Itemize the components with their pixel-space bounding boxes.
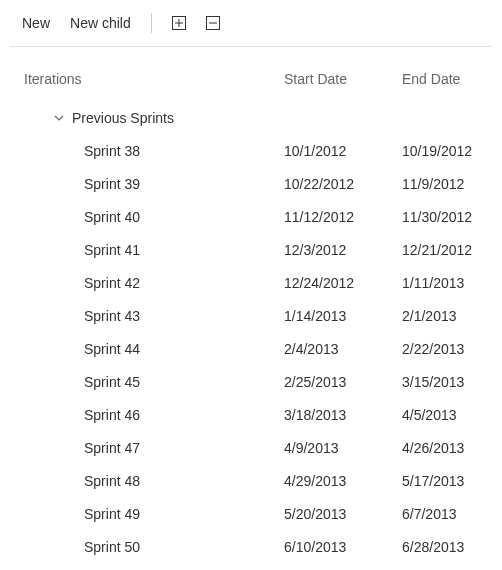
table-row[interactable]: Sprint 463/18/20134/5/2013 <box>4 398 498 431</box>
iteration-end-date: 1/11/2013 <box>402 275 498 291</box>
iteration-end-date: 4/5/2013 <box>402 407 498 423</box>
iteration-end-date: 6/28/2013 <box>402 539 498 555</box>
iteration-end-date: 11/9/2012 <box>402 176 498 192</box>
table-row[interactable]: Sprint 4212/24/20121/11/2013 <box>4 266 498 299</box>
iteration-start-date: 2/25/2013 <box>284 374 402 390</box>
iteration-name: Sprint 45 <box>24 374 284 390</box>
column-header-start-date[interactable]: Start Date <box>284 71 402 87</box>
iteration-name: Sprint 42 <box>24 275 284 291</box>
iteration-name: Sprint 38 <box>24 143 284 159</box>
column-header-end-date[interactable]: End Date <box>402 71 498 87</box>
iteration-name: Sprint 50 <box>24 539 284 555</box>
iteration-name: Sprint 46 <box>24 407 284 423</box>
iteration-end-date: 11/30/2012 <box>402 209 498 225</box>
iteration-start-date: 11/12/2012 <box>284 209 402 225</box>
iteration-name: Sprint 47 <box>24 440 284 456</box>
iteration-name: Sprint 43 <box>24 308 284 324</box>
iteration-start-date: 4/9/2013 <box>284 440 402 456</box>
table-row[interactable]: Sprint 431/14/20132/1/2013 <box>4 299 498 332</box>
table-header: Iterations Start Date End Date <box>4 57 498 101</box>
iteration-name: Sprint 40 <box>24 209 284 225</box>
iteration-name: Sprint 39 <box>24 176 284 192</box>
table-row[interactable]: Sprint 4112/3/201212/21/2012 <box>4 233 498 266</box>
table-row[interactable]: Sprint 452/25/20133/15/2013 <box>4 365 498 398</box>
table-row[interactable]: Sprint 4011/12/201211/30/2012 <box>4 200 498 233</box>
iteration-start-date: 6/10/2013 <box>284 539 402 555</box>
iteration-name: Sprint 48 <box>24 473 284 489</box>
iteration-end-date: 2/1/2013 <box>402 308 498 324</box>
iteration-end-date: 5/17/2013 <box>402 473 498 489</box>
iteration-start-date: 4/29/2013 <box>284 473 402 489</box>
iteration-end-date: 2/22/2013 <box>402 341 498 357</box>
iterations-table: Iterations Start Date End Date Previous … <box>4 47 498 563</box>
table-row[interactable]: Sprint 484/29/20135/17/2013 <box>4 464 498 497</box>
collapse-all-button[interactable] <box>204 14 222 32</box>
minus-box-icon <box>206 16 220 30</box>
iteration-start-date: 12/24/2012 <box>284 275 402 291</box>
table-row[interactable]: Sprint 3810/1/201210/19/2012 <box>4 134 498 167</box>
iteration-start-date: 12/3/2012 <box>284 242 402 258</box>
table-row[interactable]: Sprint 495/20/20136/7/2013 <box>4 497 498 530</box>
iteration-end-date: 10/19/2012 <box>402 143 498 159</box>
iteration-start-date: 2/4/2013 <box>284 341 402 357</box>
iteration-end-date: 3/15/2013 <box>402 374 498 390</box>
iteration-name: Sprint 41 <box>24 242 284 258</box>
table-row[interactable]: Sprint 506/10/20136/28/2013 <box>4 530 498 563</box>
iteration-start-date: 10/1/2012 <box>284 143 402 159</box>
iteration-start-date: 10/22/2012 <box>284 176 402 192</box>
iteration-name: Sprint 49 <box>24 506 284 522</box>
column-header-iterations[interactable]: Iterations <box>24 71 284 87</box>
table-row[interactable]: Sprint 474/9/20134/26/2013 <box>4 431 498 464</box>
iteration-name: Sprint 44 <box>24 341 284 357</box>
expand-all-button[interactable] <box>170 14 188 32</box>
iteration-start-date: 5/20/2013 <box>284 506 402 522</box>
chevron-down-icon <box>54 113 64 123</box>
table-row[interactable]: Sprint 442/4/20132/22/2013 <box>4 332 498 365</box>
new-button[interactable]: New <box>20 11 52 35</box>
iteration-start-date: 3/18/2013 <box>284 407 402 423</box>
toolbar-separator <box>151 13 152 33</box>
toolbar: New New child <box>4 0 498 46</box>
iteration-end-date: 4/26/2013 <box>402 440 498 456</box>
group-row-previous-sprints[interactable]: Previous Sprints <box>4 101 498 134</box>
group-label: Previous Sprints <box>72 110 174 126</box>
iteration-end-date: 6/7/2013 <box>402 506 498 522</box>
iteration-start-date: 1/14/2013 <box>284 308 402 324</box>
iteration-end-date: 12/21/2012 <box>402 242 498 258</box>
plus-box-icon <box>172 16 186 30</box>
table-row[interactable]: Sprint 3910/22/201211/9/2012 <box>4 167 498 200</box>
new-child-button[interactable]: New child <box>68 11 133 35</box>
